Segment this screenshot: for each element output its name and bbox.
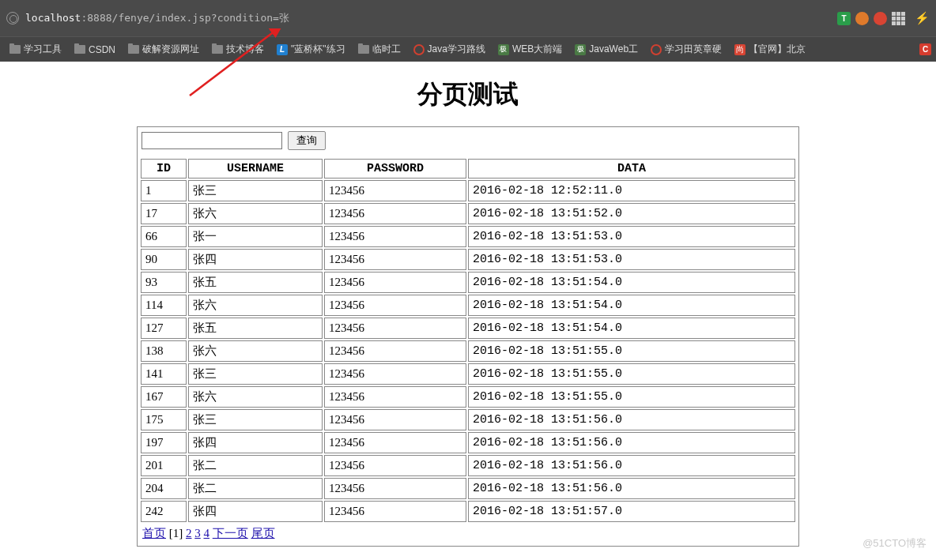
folder-icon bbox=[9, 45, 21, 54]
table-row: 90张四1234562016-02-18 13:51:53.0 bbox=[141, 249, 795, 270]
cell-data: 2016-02-18 13:51:56.0 bbox=[468, 409, 795, 430]
page-title: 分页测试 bbox=[0, 77, 936, 112]
bolt-icon[interactable]: ⚡ bbox=[915, 11, 930, 25]
table-row: 66张一1234562016-02-18 13:51:53.0 bbox=[141, 226, 795, 247]
ji-icon: 极 bbox=[498, 44, 509, 55]
watermark: @51CTO博客 bbox=[862, 536, 927, 551]
table-row: 93张五1234562016-02-18 13:51:54.0 bbox=[141, 272, 795, 293]
cell-password: 123456 bbox=[324, 226, 466, 247]
cell-username: 张三 bbox=[188, 409, 323, 430]
page-content: 分页测试 查询 ID USERNAME PASSWORD DATA 1张三123… bbox=[0, 62, 936, 547]
bookmark-item[interactable]: 破解资源网址 bbox=[123, 39, 204, 59]
url-host: localhost bbox=[25, 12, 81, 24]
folder-icon bbox=[128, 45, 139, 54]
search-input[interactable] bbox=[142, 132, 282, 149]
search-button[interactable]: 查询 bbox=[288, 131, 326, 150]
pager: 首页 [1] 2 3 4 下一页 尾页 bbox=[139, 524, 797, 544]
cell-password: 123456 bbox=[324, 180, 466, 201]
site-icon bbox=[6, 12, 19, 24]
opera-icon bbox=[413, 44, 425, 55]
cell-data: 2016-02-18 12:52:11.0 bbox=[468, 180, 795, 201]
bookmark-item[interactable]: 临时工 bbox=[353, 39, 406, 59]
bookmark-label: Java学习路线 bbox=[428, 43, 485, 56]
table-row: 114张六1234562016-02-18 13:51:54.0 bbox=[141, 295, 795, 316]
cell-username: 张四 bbox=[188, 249, 323, 270]
cell-password: 123456 bbox=[324, 455, 466, 476]
pager-page[interactable]: 4 bbox=[204, 527, 210, 539]
cell-id: 127 bbox=[141, 318, 187, 339]
bookmark-label: 学习田英章硬 bbox=[665, 43, 722, 56]
table-row: 138张六1234562016-02-18 13:51:55.0 bbox=[141, 340, 795, 362]
cell-id: 201 bbox=[141, 455, 187, 476]
bookmark-item[interactable]: 尚【官网】北京 bbox=[730, 39, 810, 59]
col-id: ID bbox=[141, 159, 187, 179]
cell-data: 2016-02-18 13:51:56.0 bbox=[468, 432, 795, 453]
cell-username: 张六 bbox=[188, 203, 323, 224]
cell-id: 66 bbox=[141, 226, 187, 247]
cell-password: 123456 bbox=[324, 386, 466, 408]
table-row: 175张三1234562016-02-18 13:51:56.0 bbox=[141, 409, 795, 430]
cell-data: 2016-02-18 13:51:54.0 bbox=[468, 318, 795, 339]
toolbar-icons: T ⚡ bbox=[837, 11, 930, 25]
cell-id: 90 bbox=[141, 249, 187, 270]
cell-data: 2016-02-18 13:51:56.0 bbox=[468, 478, 795, 499]
bookmark-label: 【官网】北京 bbox=[749, 43, 806, 56]
extension-red-icon[interactable] bbox=[874, 12, 887, 25]
cell-id: 138 bbox=[141, 340, 187, 362]
bookmark-label: WEB大前端 bbox=[512, 43, 562, 56]
bookmark-item[interactable]: CSDN bbox=[70, 39, 120, 59]
cell-username: 张六 bbox=[188, 340, 323, 362]
cell-username: 张四 bbox=[188, 501, 323, 522]
cell-id: 175 bbox=[141, 409, 187, 430]
pager-first[interactable]: 首页 bbox=[142, 527, 166, 539]
col-data: DATA bbox=[468, 159, 795, 179]
cell-username: 张二 bbox=[188, 478, 323, 499]
url-field[interactable]: localhost:8888/fenye/index.jsp?condition… bbox=[25, 11, 837, 25]
bookmark-item[interactable]: L"蓝桥杯"练习 bbox=[272, 39, 350, 59]
table-header-row: ID USERNAME PASSWORD DATA bbox=[141, 159, 795, 179]
cell-username: 张三 bbox=[188, 363, 323, 385]
cell-password: 123456 bbox=[324, 432, 466, 453]
col-password: PASSWORD bbox=[324, 159, 466, 179]
cell-id: 17 bbox=[141, 203, 187, 224]
bookmark-item[interactable]: Java学习路线 bbox=[409, 39, 490, 59]
extension-orange-icon[interactable] bbox=[855, 12, 869, 25]
url-path: :8888/fenye/index.jsp?condition=张 bbox=[81, 12, 289, 24]
bookmark-label: 破解资源网址 bbox=[142, 43, 199, 56]
opera-icon bbox=[651, 44, 662, 55]
cell-id: 141 bbox=[141, 363, 187, 385]
cell-data: 2016-02-18 13:51:55.0 bbox=[468, 340, 795, 362]
folder-icon bbox=[212, 45, 223, 54]
bookmark-item[interactable]: 极JavaWeb工 bbox=[570, 39, 643, 59]
bookmark-item[interactable]: 极WEB大前端 bbox=[493, 39, 567, 59]
cell-id: 204 bbox=[141, 478, 187, 499]
pager-next[interactable]: 下一页 bbox=[213, 527, 248, 539]
bookmark-label: JavaWeb工 bbox=[589, 43, 638, 56]
bookmark-label: 临时工 bbox=[372, 43, 401, 56]
qr-icon[interactable] bbox=[892, 12, 905, 25]
table-row: 1张三1234562016-02-18 12:52:11.0 bbox=[141, 180, 795, 201]
cell-data: 2016-02-18 13:51:53.0 bbox=[468, 249, 795, 270]
main-panel: 查询 ID USERNAME PASSWORD DATA 1张三12345620… bbox=[137, 126, 799, 547]
table-row: 141张三1234562016-02-18 13:51:55.0 bbox=[141, 363, 795, 385]
bookmark-item[interactable]: 技术博客 bbox=[207, 39, 269, 59]
cell-data: 2016-02-18 13:51:57.0 bbox=[468, 501, 795, 522]
pager-last[interactable]: 尾页 bbox=[251, 527, 275, 539]
lanqiao-icon: L bbox=[277, 44, 288, 55]
cell-id: 1 bbox=[141, 180, 187, 201]
address-bar: localhost:8888/fenye/index.jsp?condition… bbox=[0, 0, 936, 36]
csdn-corner-icon[interactable]: C bbox=[919, 43, 931, 55]
cell-data: 2016-02-18 13:51:55.0 bbox=[468, 386, 795, 408]
cell-id: 114 bbox=[141, 295, 187, 316]
pager-page[interactable]: 2 bbox=[186, 527, 192, 539]
bookmarks-bar: 学习工具CSDN破解资源网址技术博客L"蓝桥杯"练习临时工Java学习路线极WE… bbox=[0, 36, 936, 62]
bookmark-item[interactable]: 学习田英章硬 bbox=[646, 39, 727, 59]
cell-password: 123456 bbox=[324, 340, 466, 362]
pager-page[interactable]: 3 bbox=[194, 527, 201, 539]
extension-t-icon[interactable]: T bbox=[837, 12, 851, 25]
results-table: ID USERNAME PASSWORD DATA 1张三1234562016-… bbox=[139, 157, 797, 524]
cell-data: 2016-02-18 13:51:56.0 bbox=[468, 455, 795, 476]
cell-username: 张三 bbox=[188, 180, 323, 201]
cell-data: 2016-02-18 13:51:55.0 bbox=[468, 363, 795, 385]
bookmark-item[interactable]: 学习工具 bbox=[5, 39, 66, 59]
